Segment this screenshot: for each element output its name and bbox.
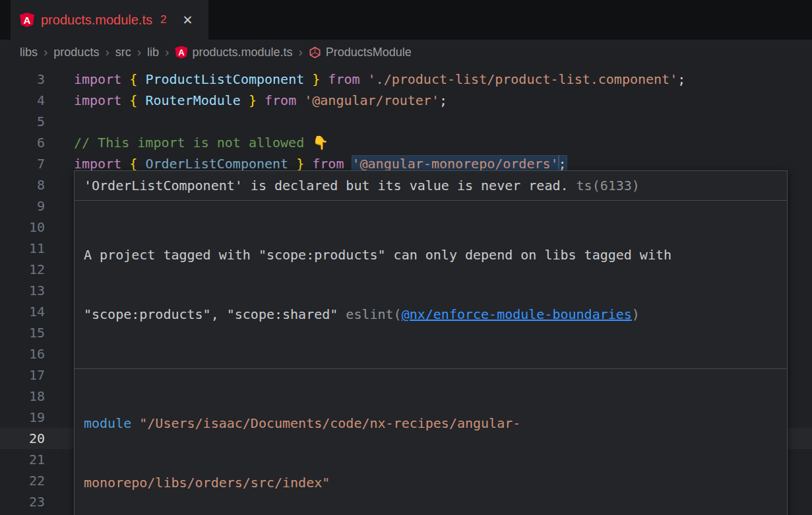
- line-number[interactable]: 9: [0, 195, 45, 217]
- line-number[interactable]: 4: [0, 90, 45, 111]
- diagnostic-message: 'OrderListComponent' is declared but its…: [84, 178, 569, 193]
- diagnostic-message-line1: A project tagged with "scope:products" c…: [84, 245, 778, 265]
- diagnostic-message-text: "scope:products", "scope:shared": [84, 306, 338, 322]
- module-symbol-icon: [309, 46, 321, 59]
- line-number[interactable]: 21: [0, 449, 45, 470]
- code-token: }: [312, 71, 320, 87]
- line-number[interactable]: 14: [0, 301, 45, 322]
- eslint-rule-link[interactable]: @nx/enforce-module-boundaries: [402, 306, 632, 322]
- line-number[interactable]: 23: [0, 491, 45, 512]
- breadcrumb: libs › products › src › lib › A products…: [0, 40, 812, 65]
- line-number[interactable]: 7: [0, 153, 45, 174]
- module-keyword: module: [84, 415, 131, 431]
- tab-problems-badge: 2: [160, 13, 166, 26]
- line-number[interactable]: 19: [0, 407, 45, 428]
- module-path-line2: monorepo/libs/orders/src/index": [84, 473, 778, 493]
- code-token: [360, 71, 368, 87]
- code-token: '@angular/router': [304, 92, 439, 108]
- code-token: [288, 156, 296, 172]
- code-token: [320, 71, 328, 87]
- line-number[interactable]: 16: [0, 343, 45, 364]
- code-editor[interactable]: 3import { ProductListComponent } from '.…: [0, 65, 812, 515]
- code-token: ;: [559, 156, 567, 172]
- tab-label: products.module.ts: [41, 13, 152, 28]
- line-number[interactable]: 22: [0, 470, 45, 491]
- code-token: ProductListComponent: [145, 71, 304, 87]
- angular-icon: A: [20, 13, 34, 27]
- line-number[interactable]: 18: [0, 386, 45, 407]
- chevron-right-icon: ›: [137, 45, 141, 59]
- line-number[interactable]: 5: [0, 111, 45, 132]
- code-token: from: [312, 156, 344, 172]
- code-token: RouterModule: [145, 92, 241, 108]
- code-token: [241, 92, 249, 108]
- line-number[interactable]: 12: [0, 259, 45, 280]
- code-token: [121, 71, 129, 87]
- line-number[interactable]: 8: [0, 174, 45, 195]
- breadcrumb-item-symbol[interactable]: ProductsModule: [309, 46, 412, 59]
- code-token: {: [129, 71, 137, 87]
- code-token: import: [74, 92, 121, 108]
- code-token: './product-list/product-list.component': [368, 71, 678, 87]
- code-line-4[interactable]: 4import { RouterModule } from '@angular/…: [0, 90, 812, 111]
- breadcrumb-item-file[interactable]: A products.module.ts: [175, 46, 292, 59]
- close-icon[interactable]: ✕: [182, 13, 193, 28]
- module-path-line1: module "/Users/isaac/Documents/code/nx-r…: [84, 413, 778, 433]
- code-token: [257, 92, 265, 108]
- vscode-window: A products.module.ts 2 ✕ libs › products…: [0, 0, 812, 515]
- code-token: ;: [677, 71, 685, 87]
- diagnostic-source: ts(6133): [569, 178, 640, 193]
- line-number[interactable]: 15: [0, 322, 45, 343]
- breadcrumb-label: libs: [20, 46, 38, 59]
- line-number[interactable]: 10: [0, 217, 45, 238]
- diagnostic-eslint: A project tagged with "scope:products" c…: [75, 200, 787, 368]
- line-number[interactable]: 13: [0, 280, 45, 301]
- line-number[interactable]: 11: [0, 238, 45, 259]
- tab-products-module[interactable]: A products.module.ts 2 ✕: [11, 0, 208, 40]
- module-path-string: "/Users/isaac/Documents/code/nx-recipes/…: [131, 415, 520, 431]
- code-token: [296, 92, 304, 108]
- code-token: '@angular-monorepo/orders': [352, 156, 559, 172]
- angular-icon-letter: A: [24, 15, 31, 25]
- diagnostic-ts: 'OrderListComponent' is declared but its…: [75, 171, 787, 200]
- line-number[interactable]: 3: [0, 69, 45, 90]
- breadcrumb-label: ProductsModule: [326, 46, 412, 59]
- breadcrumb-label: lib: [147, 46, 159, 59]
- line-number[interactable]: 20: [0, 428, 45, 449]
- code-token: // This import is not allowed 👇: [74, 135, 328, 151]
- diagnostic-source-prefix: eslint(: [338, 306, 401, 322]
- code-token: [121, 92, 129, 108]
- code-line-content: import { RouterModule } from '@angular/r…: [74, 90, 812, 111]
- chevron-right-icon: ›: [165, 45, 169, 59]
- editor-tab-bar: A products.module.ts 2 ✕: [0, 0, 812, 40]
- code-token: [137, 71, 145, 87]
- code-token: from: [265, 92, 296, 108]
- breadcrumb-label: src: [115, 46, 131, 59]
- chevron-right-icon: ›: [44, 45, 47, 59]
- angular-icon-letter: A: [178, 48, 184, 57]
- code-token: }: [249, 92, 257, 108]
- chevron-right-icon: ›: [298, 45, 302, 59]
- line-number[interactable]: 6: [0, 132, 45, 153]
- breadcrumb-item-lib[interactable]: lib: [147, 46, 159, 59]
- breadcrumb-item-src[interactable]: src: [115, 46, 131, 59]
- breadcrumb-item-products[interactable]: products: [53, 46, 99, 59]
- chevron-right-icon: ›: [105, 45, 109, 59]
- code-line-5[interactable]: 5: [0, 111, 812, 132]
- code-token: from: [328, 71, 359, 87]
- code-token: import: [74, 71, 121, 87]
- code-token: import: [74, 156, 121, 172]
- code-line-content: // This import is not allowed 👇: [74, 132, 812, 153]
- code-line-6[interactable]: 6// This import is not allowed 👇: [0, 132, 812, 153]
- code-token: [344, 156, 352, 172]
- code-token: [304, 71, 312, 87]
- code-token: [137, 156, 145, 172]
- breadcrumb-item-libs[interactable]: libs: [20, 46, 38, 59]
- code-line-3[interactable]: 3import { ProductListComponent } from '.…: [0, 69, 812, 90]
- code-token: OrderListComponent: [145, 156, 288, 172]
- code-token: ;: [439, 92, 447, 108]
- code-token: {: [129, 156, 137, 172]
- code-token: [137, 92, 145, 108]
- line-number[interactable]: 17: [0, 364, 45, 386]
- breadcrumb-label: products: [53, 46, 99, 59]
